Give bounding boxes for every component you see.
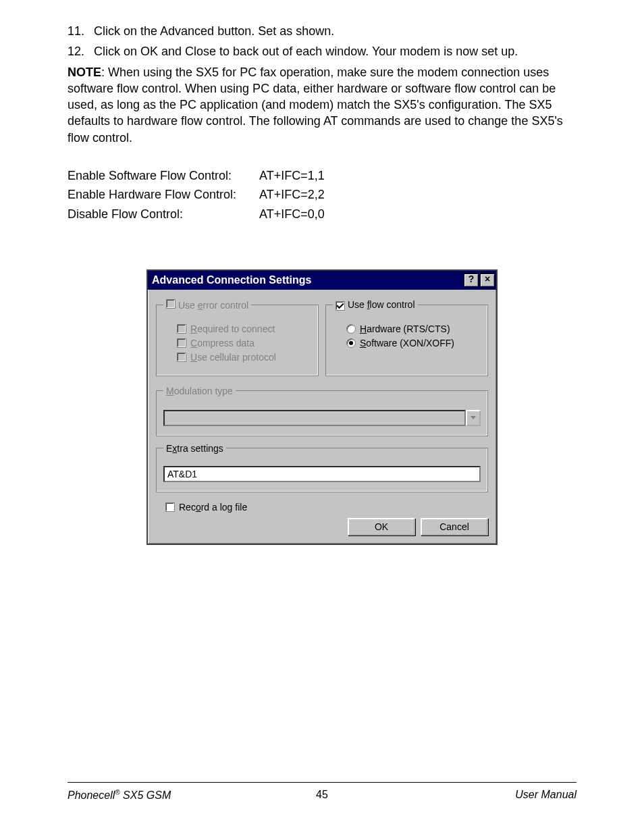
modulation-type-label: Modulation type	[163, 386, 236, 396]
use-error-control-checkbox[interactable]: Use error control	[163, 299, 251, 311]
combo-field	[163, 410, 466, 426]
step-text: Click on OK and Close to back out of eac…	[94, 45, 518, 58]
step-11: 11. Click on the Advanced button. Set as…	[68, 23, 576, 39]
advanced-connection-settings-dialog: Advanced Connection Settings ? × Use err…	[146, 269, 498, 545]
software-flow-radio[interactable]: Software (XON/XOFF)	[346, 338, 481, 348]
extra-settings-group: Extra settings	[156, 443, 488, 492]
at-command: AT+IFC=0,0	[257, 205, 325, 224]
option-label: Hardware (RTS/CTS)	[360, 323, 450, 334]
table-row: Enable Hardware Flow Control: AT+IFC=2,2	[68, 185, 325, 204]
modulation-type-group: Modulation type	[156, 386, 488, 436]
note-text: : When using the SX5 for PC fax operatio…	[68, 66, 563, 145]
note-label: NOTE	[68, 66, 101, 79]
at-label: Disable Flow Control:	[68, 205, 257, 224]
radio-icon	[346, 324, 356, 334]
cellular-protocol-checkbox[interactable]: Use cellular protocol	[177, 352, 311, 363]
chevron-down-icon	[471, 416, 476, 419]
dialog-title: Advanced Connection Settings	[152, 274, 311, 286]
checkbox-icon	[336, 301, 345, 311]
step-12: 12. Click on OK and Close to back out of…	[68, 43, 576, 59]
step-number: 12.	[68, 43, 90, 59]
use-error-control-group: Use error control Required to connect Co…	[156, 299, 319, 376]
checkbox-icon	[165, 502, 175, 512]
at-label: Enable Software Flow Control:	[68, 166, 257, 185]
question-icon: ?	[468, 273, 475, 284]
record-log-checkbox[interactable]: Record a log file	[165, 502, 488, 513]
note-paragraph: NOTE: When using the SX5 for PC fax oper…	[68, 64, 576, 146]
modulation-type-combo[interactable]	[163, 410, 481, 426]
table-row: Enable Software Flow Control: AT+IFC=1,1	[68, 166, 325, 185]
checkbox-icon	[177, 338, 186, 348]
dropdown-button[interactable]	[466, 410, 481, 426]
at-label: Enable Hardware Flow Control:	[68, 185, 257, 204]
footer-left: Phonecell® SX5 GSM	[68, 789, 171, 802]
at-command-table: Enable Software Flow Control: AT+IFC=1,1…	[68, 166, 325, 224]
footer-page-number: 45	[316, 789, 328, 801]
legend-text: Use error control	[178, 300, 248, 311]
option-label: Record a log file	[179, 502, 247, 513]
instruction-text: 11. Click on the Advanced button. Set as…	[68, 23, 576, 224]
legend-text: Use flow control	[348, 299, 415, 310]
option-label: Compress data	[190, 338, 254, 348]
footer-rule	[68, 782, 576, 783]
use-flow-control-checkbox[interactable]: Use flow control	[333, 299, 418, 311]
ok-button[interactable]: OK	[348, 518, 415, 536]
page-footer: Phonecell® SX5 GSM 45 User Manual	[68, 789, 576, 802]
option-label: Required to connect	[190, 323, 275, 334]
extra-settings-input[interactable]	[163, 466, 481, 482]
at-command: AT+IFC=1,1	[257, 166, 325, 185]
close-button[interactable]: ×	[480, 273, 495, 287]
step-text: Click on the Advanced button. Set as sho…	[94, 24, 334, 38]
extra-settings-label: Extra settings	[163, 443, 226, 454]
hardware-flow-radio[interactable]: Hardware (RTS/CTS)	[346, 323, 481, 334]
checkbox-icon	[177, 324, 186, 334]
cancel-button[interactable]: Cancel	[421, 518, 488, 536]
step-number: 11.	[68, 23, 90, 39]
required-to-connect-checkbox[interactable]: Required to connect	[177, 323, 311, 334]
radio-icon	[346, 338, 356, 348]
compress-data-checkbox[interactable]: Compress data	[177, 338, 311, 348]
footer-right: User Manual	[515, 789, 576, 802]
close-icon: ×	[485, 273, 490, 284]
option-label: Use cellular protocol	[190, 352, 276, 363]
dialog-titlebar[interactable]: Advanced Connection Settings ? ×	[148, 271, 496, 290]
at-command: AT+IFC=2,2	[257, 185, 325, 204]
table-row: Disable Flow Control: AT+IFC=0,0	[68, 205, 325, 224]
option-label: Software (XON/XOFF)	[360, 338, 454, 348]
checkbox-icon	[177, 353, 186, 362]
checkbox-icon	[166, 299, 176, 309]
help-button[interactable]: ?	[464, 273, 479, 287]
use-flow-control-group: Use flow control Hardware (RTS/CTS) Soft…	[325, 299, 488, 376]
